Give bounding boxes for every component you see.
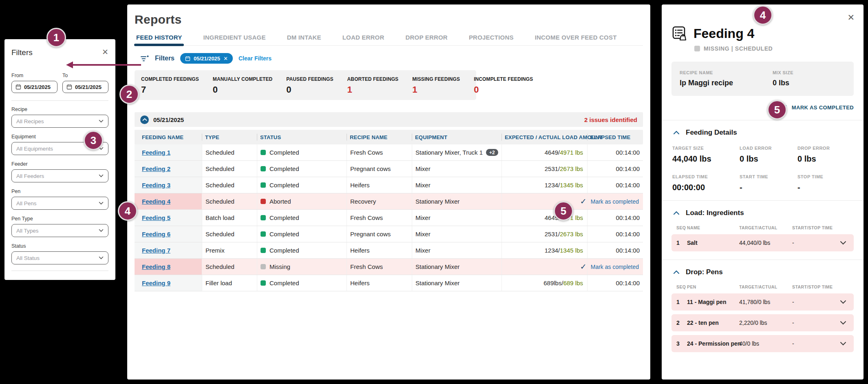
pen-row[interactable]: 3 24 - Permission pen 40/0 lbs - [671,335,854,352]
stat-value: 0 [213,84,272,95]
stat-value: 7 [141,84,199,95]
status-square-icon [261,231,266,237]
expected-amount: 2531/ [545,231,560,238]
day-group-header: 05/21/2025 2 issues identified [135,112,643,127]
to-date-input[interactable]: 05/21/2025 [62,81,108,93]
annotation-badge: 2 [119,84,139,104]
close-icon[interactable]: ✕ [847,13,855,22]
filter-select[interactable]: All Status [11,251,108,264]
expected-amount: 1234/ [545,247,560,254]
filter-select-value: All Status [16,255,40,261]
collapse-chevron-up-icon[interactable] [140,115,149,124]
mark-as-completed-link[interactable]: Mark as completed [591,198,639,205]
filter-select[interactable]: All Types [11,224,108,237]
expected-amount: 4649/ [545,149,560,156]
table-row: Feeding 3 Scheduled Completed Heifers Mi… [135,177,643,193]
tab[interactable]: PROJECTIONS [469,34,514,45]
chevron-up-icon[interactable] [673,270,680,274]
status-cell: Completed [257,210,347,226]
pen-row[interactable]: 2 22 - ten pen 2,220/0 lbs - [671,314,854,331]
chevron-up-icon[interactable] [673,211,680,215]
status-square-icon [261,150,266,155]
status-square-icon [261,166,266,171]
feeding-details-title: Feeding Details [686,129,737,137]
filter-field-label: Recipe [11,107,108,112]
feeding-link[interactable]: Feeding 5 [142,214,170,221]
chevron-up-icon[interactable] [673,131,680,135]
status-text: Aborted [269,198,291,205]
type-cell: Premix [202,242,257,258]
equipment-more-badge[interactable]: +2 [486,149,498,156]
feeding-link[interactable]: Feeding 8 [142,263,170,270]
filter-select[interactable]: All Feeders [11,169,108,182]
elapsed-time-cell: 00:14:00 [587,275,643,291]
type-cell: Filler load [202,275,257,291]
feeding-link[interactable]: Feeding 4 [142,198,170,205]
status-text: Completed [269,247,299,254]
from-date-input[interactable]: 05/21/2025 [11,81,57,93]
summary-stat: MANUALLY COMPLETED 0 [213,76,272,95]
ingredient-time: - [792,240,840,246]
from-date-value: 05/21/2025 [24,84,51,90]
equipment-cell: Mixer [412,177,501,193]
issues-identified-text: 2 issues identified [584,116,637,123]
status-cell: Missing [257,259,347,275]
col-target-actual: TARGET/ACTUAL [739,284,792,289]
ingredient-row[interactable]: 1 Salt 44,040/0 lbs - [671,234,854,251]
feeding-link[interactable]: Feeding 3 [142,182,170,189]
feeding-link[interactable]: Feeding 1 [142,149,170,156]
type-cell: Scheduled [202,259,257,275]
feeding-link[interactable]: Feeding 7 [142,247,170,254]
feeding-link[interactable]: Feeding 6 [142,231,170,238]
mark-as-completed-link[interactable]: MARK AS COMPLETED [792,104,854,111]
chevron-down-icon[interactable] [840,342,849,346]
chip-close-icon[interactable]: ✕ [223,55,228,62]
close-icon[interactable]: ✕ [102,48,108,56]
filter-select-value: All Feeders [16,173,44,179]
pen-time: - [792,299,840,305]
mark-as-completed-action[interactable]: ✓ Mark as completed [580,193,639,209]
mark-as-completed-action[interactable]: ✓ MARK AS COMPLETED [671,103,854,112]
mark-as-completed-link[interactable]: Mark as completed [591,264,639,270]
calendar-icon [66,84,72,90]
actual-amount: 2673 lbs [560,165,583,172]
annotation-badge: 4 [118,201,137,221]
feeding-link[interactable]: Feeding 2 [142,165,170,172]
filter-field: Pen All Pens [11,189,108,210]
feeding-name-cell: Feeding 5 [135,210,202,226]
drop-table-header: SEQ PEN TARGET/ACTUAL START/STOP TIME [671,284,854,289]
mark-as-completed-action[interactable]: ✓ Mark as completed [580,259,639,275]
summary-stat: ABORTED FEEDINGS 1 [347,76,399,95]
col-seq: SEQ [676,284,687,289]
chevron-down-icon[interactable] [840,321,849,325]
annotation-badge: 4 [753,5,773,25]
col-type: TYPE [202,134,257,140]
date-filter-chip[interactable]: 05/21/2025 ✕ [180,53,233,64]
annotation-badge-number: 4 [125,205,130,218]
filter-select[interactable]: All Recipes [11,115,108,128]
filter-select[interactable]: All Pens [11,197,108,210]
detail-status-text: MISSING | SCHEDULED [704,45,773,52]
feeding-link[interactable]: Feeding 9 [142,280,170,286]
clear-filters-link[interactable]: Clear Filters [239,55,272,62]
recipe-info-card: RECIPE NAME lp Maggi recipe MIX SIZE 0 l… [671,62,854,96]
table-row: Feeding 8 Scheduled Missing Fresh Cows S… [135,259,643,275]
equipment-text: Mixer [415,247,431,254]
calendar-icon [185,56,190,61]
chevron-down-icon[interactable] [840,300,849,304]
recipe-name-value: lp Maggi recipe [680,79,773,87]
chevron-down-icon [99,174,104,178]
tab[interactable]: LOAD ERROR [342,34,384,45]
annotation-badge-number: 5 [774,104,780,116]
tab[interactable]: INCOME OVER FEED COST [535,34,617,45]
mix-size-block: MIX SIZE 0 lbs [773,70,846,87]
chevron-down-icon[interactable] [840,241,849,245]
pen-name: 24 - Permission pen [687,340,739,347]
tab[interactable]: DM INTAKE [287,34,321,45]
elapsed-time-cell: 00:14:00 [587,226,643,242]
tab[interactable]: DROP ERROR [406,34,448,45]
pen-row[interactable]: 1 11 - Maggi pen 41,780/0 lbs - [671,293,854,311]
tab[interactable]: INGREDIENT USAGE [203,34,265,45]
detail-stat: STOP TIME - [797,174,854,192]
tab[interactable]: FEED HISTORY [136,34,182,45]
